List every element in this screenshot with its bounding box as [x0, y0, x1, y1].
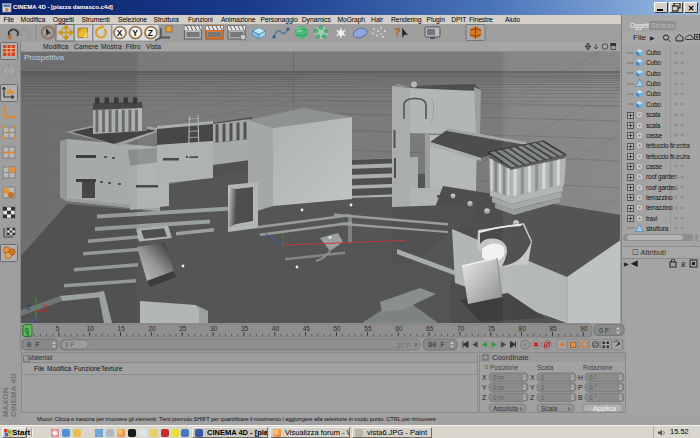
- svg-text:0 °: 0 °: [589, 384, 597, 391]
- svg-text:B: B: [578, 394, 583, 401]
- svg-text:0 m: 0 m: [493, 394, 504, 401]
- svg-text:1: 1: [541, 394, 545, 401]
- svg-text:Y: Y: [132, 28, 138, 38]
- svg-text:H: H: [578, 374, 583, 381]
- svg-text:Z: Z: [148, 28, 153, 38]
- svg-text:85: 85: [549, 325, 557, 332]
- svg-text:P: P: [594, 342, 598, 348]
- svg-text:90: 90: [580, 325, 588, 332]
- svg-text:0 °: 0 °: [589, 394, 597, 401]
- svg-text:1: 1: [541, 374, 545, 381]
- svg-text:⠿: ⠿: [484, 364, 489, 371]
- svg-text:0 m: 0 m: [493, 384, 504, 391]
- svg-text:X: X: [117, 28, 123, 38]
- svg-text:15: 15: [118, 325, 126, 332]
- svg-text:0 m: 0 m: [493, 374, 504, 381]
- svg-text:10: 10: [87, 325, 95, 332]
- svg-text:Y: Y: [482, 384, 487, 391]
- svg-text:37 F: 37 F: [397, 342, 410, 349]
- svg-text:50: 50: [334, 325, 342, 332]
- svg-text:Z: Z: [482, 394, 487, 401]
- svg-text:5: 5: [56, 325, 60, 332]
- svg-text:65: 65: [426, 325, 434, 332]
- svg-text:Scala: Scala: [537, 364, 554, 371]
- svg-text:45: 45: [303, 325, 311, 332]
- svg-text:Y: Y: [530, 384, 535, 391]
- svg-text:X: X: [530, 374, 535, 381]
- svg-text:40: 40: [272, 325, 280, 332]
- svg-text:80: 80: [519, 325, 527, 332]
- svg-text:Rotazione: Rotazione: [583, 364, 613, 371]
- svg-text:X: X: [482, 374, 487, 381]
- svg-text:Z: Z: [530, 394, 535, 401]
- svg-text:70: 70: [457, 325, 465, 332]
- svg-text:55: 55: [364, 325, 372, 332]
- svg-text:Scala: Scala: [541, 405, 558, 412]
- svg-text:30: 30: [210, 325, 218, 332]
- svg-text:0 F: 0 F: [65, 341, 74, 348]
- svg-text:?: ?: [394, 26, 401, 38]
- svg-text:90 F: 90 F: [428, 341, 445, 349]
- svg-text:25: 25: [179, 325, 187, 332]
- svg-text:0 °: 0 °: [589, 374, 597, 381]
- svg-text:8: 8: [681, 260, 686, 268]
- svg-text:Posizione: Posizione: [490, 364, 519, 371]
- svg-text:Applica: Applica: [593, 405, 616, 413]
- svg-text:1: 1: [541, 384, 545, 391]
- svg-text:0 F: 0 F: [27, 341, 40, 349]
- svg-text:20: 20: [148, 325, 156, 332]
- svg-text:Assoluta: Assoluta: [493, 405, 518, 412]
- svg-text:75: 75: [488, 325, 496, 332]
- svg-text:60: 60: [395, 325, 403, 332]
- svg-text:35: 35: [241, 325, 249, 332]
- svg-text:0 F: 0 F: [599, 327, 609, 334]
- svg-text:Coordinate: Coordinate: [492, 353, 529, 362]
- svg-text:P: P: [578, 384, 583, 391]
